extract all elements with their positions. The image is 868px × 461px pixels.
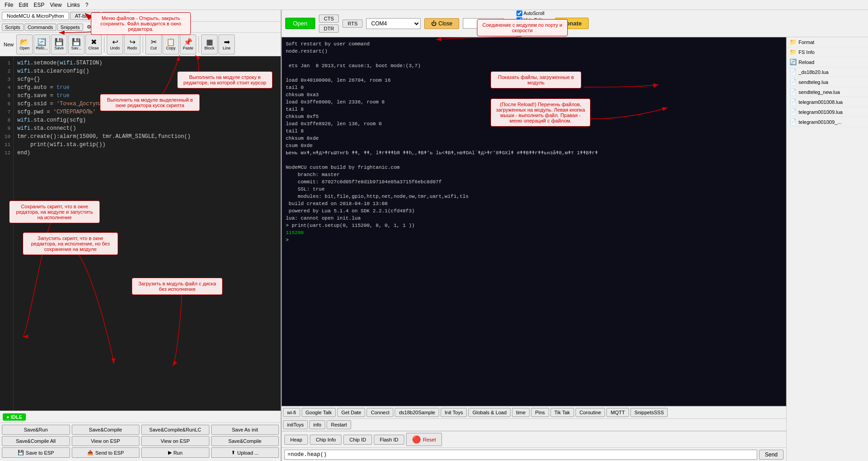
- upload-icon: ⬆: [231, 450, 235, 456]
- snippet-pins[interactable]: Pins: [531, 408, 549, 417]
- send-to-esp-icon: 📤: [87, 450, 94, 456]
- paste-btn[interactable]: 📌Paste: [180, 34, 196, 54]
- chip-info-btn[interactable]: Chip Info: [310, 435, 342, 445]
- menu-links[interactable]: Links: [64, 1, 83, 9]
- upload-btn[interactable]: ⬆ Upload ...: [211, 447, 279, 458]
- snippet-connect[interactable]: Connect: [367, 408, 393, 417]
- file-sendteleg-new[interactable]: 📄 sendteleg_new.lua: [787, 87, 868, 97]
- code-content[interactable]: wifi.setmode(wifi.STATION) wifi.sta.clea…: [14, 56, 281, 411]
- hide-terminal-checkbox[interactable]: Hide Terminal: [516, 31, 551, 37]
- close-label: Close: [438, 20, 452, 27]
- save-btn[interactable]: 💾Save: [51, 34, 67, 54]
- view-on-esp-btn2[interactable]: View on ESP: [141, 436, 209, 446]
- snippet-time[interactable]: time: [512, 408, 530, 417]
- menu-view[interactable]: View: [47, 1, 64, 9]
- file-reload[interactable]: 🔄 Reload: [787, 57, 868, 67]
- file-telegram1009b[interactable]: 📄 telegram001009_...: [787, 117, 868, 127]
- save-to-esp-icon: 💾: [18, 450, 24, 456]
- snippet-globals-load[interactable]: Globals & Load: [468, 408, 511, 417]
- line-label: Line: [223, 46, 231, 50]
- redo-btn[interactable]: ↪Redo: [124, 34, 140, 54]
- snippet-tik-tak[interactable]: Tik Tak: [551, 408, 574, 417]
- open-close-group: Open: [285, 18, 315, 29]
- reset-label: Reset: [423, 437, 436, 442]
- file-telegram1009b-label: telegram001009_...: [799, 119, 842, 125]
- save-to-esp-btn[interactable]: 💾 Save to ESP: [2, 447, 70, 458]
- save-run-btn[interactable]: Save&Run: [2, 425, 70, 435]
- send-btn[interactable]: Send: [759, 450, 784, 460]
- send-to-esp-btn[interactable]: 📤 Send to ESP: [72, 447, 140, 458]
- copy-btn[interactable]: 📋Copy: [163, 34, 179, 54]
- cts-btn[interactable]: CTS: [319, 15, 339, 23]
- file-telegram1008-label: telegram001008.lua: [799, 99, 843, 105]
- tab-commands[interactable]: Commands: [25, 24, 56, 31]
- menu-esp[interactable]: ESP: [31, 1, 47, 9]
- run-btn[interactable]: ▶ Run: [141, 447, 209, 458]
- file-icon4: 📄: [789, 98, 797, 105]
- terminal[interactable]: Soft restart by user command node.restar…: [282, 37, 786, 406]
- snippet-restart[interactable]: Restart: [327, 420, 351, 429]
- autoscroll-checkbox[interactable]: AutoScroll: [516, 10, 551, 16]
- save-as-init-btn[interactable]: Save As init: [211, 425, 279, 435]
- snippet-google-talk[interactable]: Google Talk: [302, 408, 336, 417]
- module-tab-rn2483[interactable]: RN2483: [102, 12, 130, 20]
- snippet-mqtt[interactable]: MQTT: [606, 408, 629, 417]
- eol-checkbox[interactable]: EOL: [516, 24, 551, 30]
- rts-btn[interactable]: RTS: [342, 20, 362, 28]
- open-btn[interactable]: 📂Open: [16, 34, 33, 54]
- close-btn[interactable]: ✖Close: [85, 34, 102, 54]
- dtr-btn[interactable]: DTR: [319, 25, 339, 33]
- line-btn[interactable]: ➡Line: [218, 34, 235, 54]
- undo-btn[interactable]: ↩Undo: [107, 34, 123, 54]
- copy-label: Copy: [166, 46, 176, 50]
- cut-btn[interactable]: ✂Cut: [145, 34, 162, 54]
- save-compile-runlc-btn[interactable]: Save&Compile&RunLC: [141, 425, 209, 435]
- donate-btn[interactable]: Donate: [555, 18, 589, 29]
- snippet-init-toys[interactable]: Init Toys: [441, 408, 467, 417]
- tab-scripts[interactable]: Scripts: [2, 24, 24, 31]
- file-fsinfo[interactable]: 📁 FS Info: [787, 47, 868, 57]
- save-compile-btn2[interactable]: Save&Compile: [211, 436, 279, 446]
- close-port-btn[interactable]: ⏻ Close: [424, 18, 459, 29]
- baud-arrow[interactable]: ▼: [504, 19, 513, 28]
- chip-id-btn[interactable]: Chip ID: [343, 435, 372, 445]
- editor-tabs: Scripts Commands Snippets ⚙ Settings: [0, 22, 281, 33]
- save-compile-all-btn[interactable]: Save&Compile All: [2, 436, 70, 446]
- snippet-coroutine[interactable]: Coroutine: [575, 408, 605, 417]
- module-tab-at[interactable]: AT-based: [70, 12, 101, 20]
- port-select[interactable]: COM4: [366, 18, 421, 29]
- menu-edit[interactable]: Edit: [16, 1, 31, 9]
- file-telegram1008[interactable]: 📄 telegram001008.lua: [787, 97, 868, 107]
- reload-btn[interactable]: 🔄Relo...: [34, 34, 50, 54]
- heap-btn[interactable]: Heap: [284, 435, 308, 445]
- rts-group: RTS: [342, 20, 362, 28]
- save-compile-btn[interactable]: Save&Compile: [72, 425, 140, 435]
- menu-help[interactable]: ?: [83, 1, 91, 9]
- block-btn[interactable]: ▦Block: [201, 34, 218, 54]
- code-editor[interactable]: 12345 678910 1112 wifi.setmode(wifi.STAT…: [0, 56, 281, 411]
- flash-id-btn[interactable]: Flash ID: [374, 435, 404, 445]
- snippet-ds18b20[interactable]: ds18b20Sample: [395, 408, 439, 417]
- open-icon: 📂: [20, 39, 29, 46]
- snippet-init-toys2[interactable]: initToys: [283, 420, 308, 429]
- snippet-snippets-sss[interactable]: SnippetsSSS: [630, 408, 668, 417]
- open-port-btn[interactable]: Open: [285, 18, 315, 29]
- file-format[interactable]: 📁 Format: [787, 37, 868, 47]
- saveas-btn[interactable]: 💾Sav...: [68, 34, 84, 54]
- settings-btn[interactable]: ⚙ Settings: [87, 24, 111, 30]
- hide-editor-checkbox[interactable]: Hide Editor: [516, 17, 551, 23]
- module-tab-nodemcu[interactable]: NodeMCU & MicroPython: [2, 12, 69, 20]
- line-icon: ➡: [224, 39, 230, 46]
- menu-file[interactable]: File: [2, 1, 16, 9]
- snippet-get-date[interactable]: Get Date: [337, 408, 365, 417]
- snippet-info[interactable]: info: [309, 420, 326, 429]
- view-on-esp-btn1[interactable]: View on ESP: [72, 436, 140, 446]
- tab-snippets[interactable]: Snippets: [57, 24, 83, 31]
- cmd-input[interactable]: [284, 450, 757, 460]
- snippet-wifi[interactable]: wi-fi: [283, 408, 300, 417]
- reset-btn[interactable]: 🔴 Reset: [406, 433, 442, 446]
- file-sendteleg[interactable]: 📄 sendteleg.lua: [787, 77, 868, 87]
- file-telegram1009[interactable]: 📄 telegram001009.lua: [787, 107, 868, 117]
- file-ds18b20[interactable]: 📄 _ds18b20.lua: [787, 67, 868, 77]
- run-icon: ▶: [168, 450, 172, 456]
